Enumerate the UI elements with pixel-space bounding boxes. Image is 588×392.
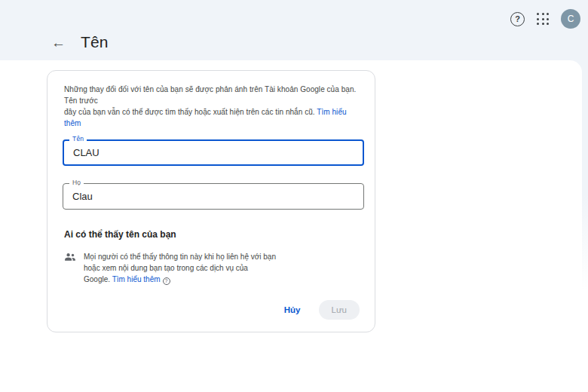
- description-line2: đây của bạn vẫn có thể được tìm thấy hoặ…: [64, 108, 317, 116]
- last-name-field-group: Họ: [63, 183, 360, 210]
- description-line1: Những thay đổi đối với tên của bạn sẽ đư…: [64, 84, 360, 106]
- content-panel: Những thay đổi đối với tên của bạn sẽ đư…: [0, 60, 582, 392]
- visibility-text: Mọi người có thể thấy thông tin này khi …: [84, 251, 276, 285]
- apps-grid-icon[interactable]: [535, 11, 550, 26]
- first-name-label: Tên: [69, 135, 87, 142]
- first-name-field-group: Tên: [63, 139, 360, 166]
- avatar[interactable]: C: [561, 9, 580, 29]
- last-name-label: Họ: [69, 179, 84, 186]
- help-icon[interactable]: ?: [510, 12, 525, 26]
- visibility-line1: Mọi người có thể thấy thông tin này khi …: [84, 251, 276, 262]
- visibility-heading: Ai có thể thấy tên của bạn: [63, 229, 360, 240]
- visibility-line3-prefix: Google.: [84, 275, 112, 283]
- card-description: Những thay đổi đối với tên của bạn sẽ đư…: [63, 84, 360, 129]
- cancel-button[interactable]: Hủy: [277, 301, 308, 319]
- visibility-row: Mọi người có thể thấy thông tin này khi …: [63, 251, 360, 285]
- page-head: ← Tên: [50, 33, 109, 51]
- fields: Tên Họ: [63, 139, 360, 210]
- save-button[interactable]: Lưu: [319, 300, 360, 320]
- header-band: [0, 0, 588, 60]
- page-title: Tên: [81, 33, 109, 51]
- people-group-icon: [64, 252, 76, 285]
- name-card: Những thay đổi đối với tên của bạn sẽ đư…: [47, 70, 375, 332]
- help-small-icon[interactable]: ?: [163, 277, 170, 285]
- last-name-input[interactable]: [63, 183, 364, 210]
- visibility-learn-more-link[interactable]: Tìm hiểu thêm: [112, 275, 161, 283]
- first-name-input[interactable]: [63, 139, 364, 166]
- card-actions: Hủy Lưu: [63, 300, 360, 320]
- back-arrow-icon[interactable]: ←: [50, 34, 67, 51]
- topbar-icons: ? C: [510, 9, 580, 29]
- visibility-line3: Google. Tìm hiểu thêm?: [84, 274, 276, 285]
- visibility-line2: hoặc xem nội dung bạn tạo trong các dịch…: [84, 262, 276, 274]
- right-gutter: [582, 79, 588, 290]
